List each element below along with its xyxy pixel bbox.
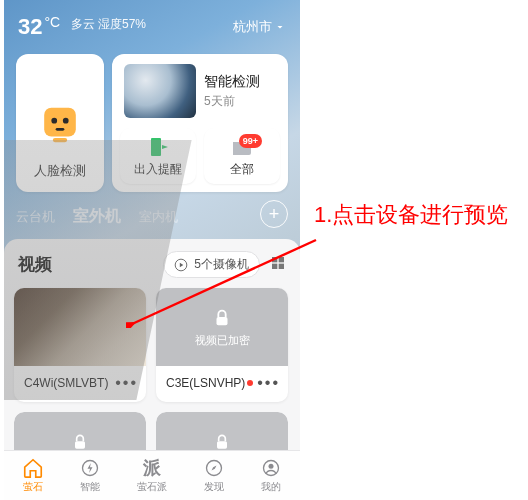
face-detect-label: 人脸检测: [34, 162, 86, 180]
home-icon: [22, 457, 44, 479]
tab-outdoor[interactable]: 室外机: [73, 206, 121, 227]
camera-tile[interactable]: C4Wi(SMLVBT) •••: [14, 288, 146, 402]
city-picker[interactable]: 杭州市: [233, 18, 286, 36]
face-icon: [37, 102, 83, 148]
svg-rect-0: [44, 108, 76, 137]
smart-detect-title: 智能检测: [204, 73, 260, 91]
svg-rect-4: [53, 138, 67, 142]
user-icon: [260, 457, 282, 479]
nav-home-label: 萤石: [23, 480, 43, 494]
bottom-nav: 萤石 智能 派 萤石派 发现 我的: [4, 450, 300, 500]
pai-icon: 派: [141, 457, 163, 479]
weather-meta: 多云 湿度57%: [71, 17, 146, 31]
camera-thumb-locked: 视频已加密: [156, 288, 288, 366]
camera-more-button[interactable]: •••: [257, 374, 280, 392]
svg-rect-3: [56, 128, 65, 131]
camera-thumb: [14, 288, 146, 366]
svg-rect-15: [217, 317, 228, 325]
svg-rect-5: [151, 138, 161, 156]
nav-mine-label: 我的: [261, 480, 281, 494]
annotation-text: 1.点击设备进行预览: [314, 200, 520, 230]
face-detect-card[interactable]: 人脸检测: [16, 54, 104, 192]
compass-icon: [203, 457, 225, 479]
svg-rect-11: [272, 257, 277, 262]
camera-name: C4Wi(SMLVBT): [24, 376, 108, 390]
lock-icon: [70, 432, 90, 452]
all-label: 全部: [230, 161, 254, 178]
camera-more-button[interactable]: •••: [115, 374, 138, 392]
bolt-icon: [79, 457, 101, 479]
door-icon: [146, 135, 170, 159]
smart-detect-time: 5天前: [204, 93, 260, 110]
nav-discover[interactable]: 发现: [203, 457, 225, 494]
tab-cloud-ptz[interactable]: 云台机: [16, 208, 55, 226]
chevron-down-icon: [274, 21, 286, 33]
smart-detect-thumb: [124, 64, 196, 118]
entry-exit-card[interactable]: 出入提醒: [120, 128, 196, 184]
svg-point-21: [269, 464, 274, 469]
svg-marker-6: [162, 145, 168, 149]
nav-mine[interactable]: 我的: [260, 457, 282, 494]
status-dot: [247, 380, 253, 386]
encrypted-label: 视频已加密: [195, 333, 250, 348]
tab-indoor[interactable]: 室内机: [139, 208, 178, 226]
svg-point-1: [51, 118, 57, 124]
svg-point-2: [63, 118, 69, 124]
nav-center-label: 萤石派: [137, 480, 167, 494]
lock-icon: [212, 432, 232, 452]
camera-count-label: 5个摄像机: [194, 256, 249, 273]
entry-exit-label: 出入提醒: [134, 161, 182, 178]
layout-grid-icon[interactable]: [270, 255, 286, 275]
nav-smart[interactable]: 智能: [79, 457, 101, 494]
svg-rect-17: [217, 441, 227, 449]
svg-rect-14: [279, 263, 284, 268]
lock-icon: [211, 307, 233, 329]
camera-name: C3E(LSNVHP): [166, 376, 245, 390]
city-label: 杭州市: [233, 18, 272, 36]
svg-rect-12: [279, 257, 284, 262]
play-icon: [174, 258, 188, 272]
svg-rect-16: [75, 441, 85, 449]
svg-marker-10: [180, 262, 184, 267]
camera-count-pill[interactable]: 5个摄像机: [163, 251, 260, 278]
nav-home[interactable]: 萤石: [22, 457, 44, 494]
nav-discover-label: 发现: [204, 480, 224, 494]
temperature-value: 32°C: [18, 14, 60, 40]
nav-smart-label: 智能: [80, 480, 100, 494]
smart-detect-banner[interactable]: 智能检测 5天前: [120, 62, 280, 120]
all-card[interactable]: 99+ 全部: [204, 128, 280, 184]
add-button[interactable]: +: [260, 200, 288, 228]
nav-center[interactable]: 派 萤石派: [137, 457, 167, 494]
all-badge: 99+: [239, 134, 262, 148]
svg-rect-13: [272, 263, 277, 268]
sheet-title: 视频: [18, 253, 52, 276]
camera-tile[interactable]: 视频已加密 C3E(LSNVHP) •••: [156, 288, 288, 402]
